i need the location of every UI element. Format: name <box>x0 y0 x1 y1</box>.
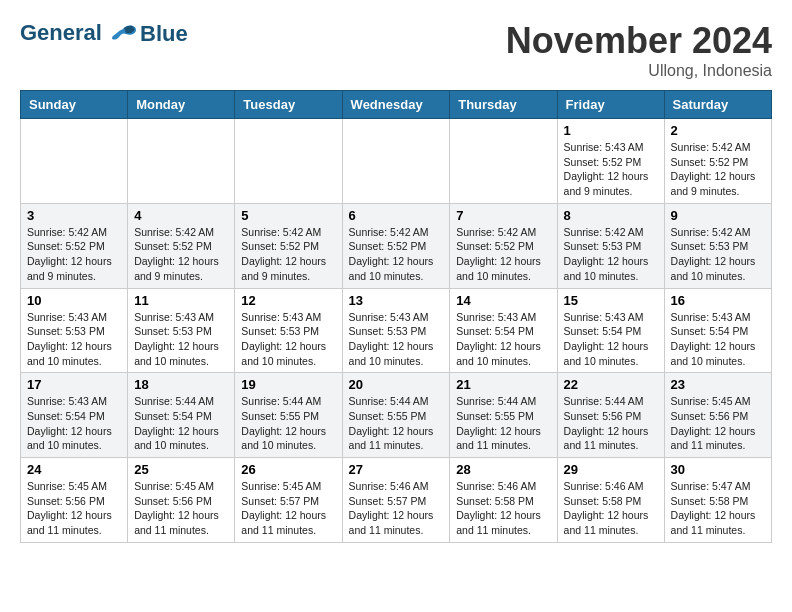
day-number: 10 <box>27 293 121 308</box>
day-number: 9 <box>671 208 765 223</box>
day-number: 30 <box>671 462 765 477</box>
day-number: 4 <box>134 208 228 223</box>
day-number: 23 <box>671 377 765 392</box>
cell-info: Sunrise: 5:43 AM Sunset: 5:53 PM Dayligh… <box>134 310 228 369</box>
cell-info: Sunrise: 5:42 AM Sunset: 5:53 PM Dayligh… <box>671 225 765 284</box>
day-number: 18 <box>134 377 228 392</box>
cell-info: Sunrise: 5:45 AM Sunset: 5:56 PM Dayligh… <box>671 394 765 453</box>
location: Ullong, Indonesia <box>506 62 772 80</box>
calendar-cell: 13Sunrise: 5:43 AM Sunset: 5:53 PM Dayli… <box>342 288 450 373</box>
calendar-cell: 10Sunrise: 5:43 AM Sunset: 5:53 PM Dayli… <box>21 288 128 373</box>
day-number: 12 <box>241 293 335 308</box>
calendar-cell: 14Sunrise: 5:43 AM Sunset: 5:54 PM Dayli… <box>450 288 557 373</box>
cell-info: Sunrise: 5:46 AM Sunset: 5:58 PM Dayligh… <box>564 479 658 538</box>
day-number: 28 <box>456 462 550 477</box>
cell-info: Sunrise: 5:43 AM Sunset: 5:52 PM Dayligh… <box>564 140 658 199</box>
cell-info: Sunrise: 5:43 AM Sunset: 5:53 PM Dayligh… <box>349 310 444 369</box>
day-number: 8 <box>564 208 658 223</box>
cell-info: Sunrise: 5:43 AM Sunset: 5:54 PM Dayligh… <box>671 310 765 369</box>
day-number: 7 <box>456 208 550 223</box>
cell-info: Sunrise: 5:42 AM Sunset: 5:52 PM Dayligh… <box>241 225 335 284</box>
calendar-cell <box>450 119 557 204</box>
day-number: 3 <box>27 208 121 223</box>
calendar-cell: 18Sunrise: 5:44 AM Sunset: 5:54 PM Dayli… <box>128 373 235 458</box>
calendar-cell <box>128 119 235 204</box>
day-number: 15 <box>564 293 658 308</box>
calendar-cell: 12Sunrise: 5:43 AM Sunset: 5:53 PM Dayli… <box>235 288 342 373</box>
day-header: Thursday <box>450 91 557 119</box>
cell-info: Sunrise: 5:46 AM Sunset: 5:57 PM Dayligh… <box>349 479 444 538</box>
cell-info: Sunrise: 5:44 AM Sunset: 5:56 PM Dayligh… <box>564 394 658 453</box>
cell-info: Sunrise: 5:45 AM Sunset: 5:56 PM Dayligh… <box>27 479 121 538</box>
cell-info: Sunrise: 5:42 AM Sunset: 5:52 PM Dayligh… <box>27 225 121 284</box>
calendar-cell: 20Sunrise: 5:44 AM Sunset: 5:55 PM Dayli… <box>342 373 450 458</box>
day-number: 5 <box>241 208 335 223</box>
day-number: 29 <box>564 462 658 477</box>
cell-info: Sunrise: 5:42 AM Sunset: 5:52 PM Dayligh… <box>134 225 228 284</box>
calendar-cell: 28Sunrise: 5:46 AM Sunset: 5:58 PM Dayli… <box>450 458 557 543</box>
day-header: Wednesday <box>342 91 450 119</box>
day-number: 22 <box>564 377 658 392</box>
calendar-cell: 17Sunrise: 5:43 AM Sunset: 5:54 PM Dayli… <box>21 373 128 458</box>
day-number: 25 <box>134 462 228 477</box>
calendar-cell: 7Sunrise: 5:42 AM Sunset: 5:52 PM Daylig… <box>450 203 557 288</box>
cell-info: Sunrise: 5:43 AM Sunset: 5:53 PM Dayligh… <box>241 310 335 369</box>
day-number: 21 <box>456 377 550 392</box>
day-header: Sunday <box>21 91 128 119</box>
cell-info: Sunrise: 5:44 AM Sunset: 5:55 PM Dayligh… <box>241 394 335 453</box>
calendar-cell: 16Sunrise: 5:43 AM Sunset: 5:54 PM Dayli… <box>664 288 771 373</box>
calendar-week-row: 10Sunrise: 5:43 AM Sunset: 5:53 PM Dayli… <box>21 288 772 373</box>
calendar-cell: 2Sunrise: 5:42 AM Sunset: 5:52 PM Daylig… <box>664 119 771 204</box>
logo-line1: General <box>20 20 102 45</box>
cell-info: Sunrise: 5:42 AM Sunset: 5:52 PM Dayligh… <box>671 140 765 199</box>
header: General Blue November 2024 Ullong, Indon… <box>20 20 772 80</box>
day-number: 27 <box>349 462 444 477</box>
calendar-cell <box>235 119 342 204</box>
calendar-cell: 15Sunrise: 5:43 AM Sunset: 5:54 PM Dayli… <box>557 288 664 373</box>
cell-info: Sunrise: 5:43 AM Sunset: 5:53 PM Dayligh… <box>27 310 121 369</box>
calendar-cell: 23Sunrise: 5:45 AM Sunset: 5:56 PM Dayli… <box>664 373 771 458</box>
calendar-cell: 24Sunrise: 5:45 AM Sunset: 5:56 PM Dayli… <box>21 458 128 543</box>
calendar-cell: 5Sunrise: 5:42 AM Sunset: 5:52 PM Daylig… <box>235 203 342 288</box>
cell-info: Sunrise: 5:42 AM Sunset: 5:53 PM Dayligh… <box>564 225 658 284</box>
cell-info: Sunrise: 5:42 AM Sunset: 5:52 PM Dayligh… <box>349 225 444 284</box>
logo: General Blue <box>20 20 188 48</box>
day-header: Friday <box>557 91 664 119</box>
day-number: 19 <box>241 377 335 392</box>
calendar-cell: 3Sunrise: 5:42 AM Sunset: 5:52 PM Daylig… <box>21 203 128 288</box>
calendar-header-row: SundayMondayTuesdayWednesdayThursdayFrid… <box>21 91 772 119</box>
cell-info: Sunrise: 5:43 AM Sunset: 5:54 PM Dayligh… <box>27 394 121 453</box>
calendar-cell: 19Sunrise: 5:44 AM Sunset: 5:55 PM Dayli… <box>235 373 342 458</box>
day-header: Saturday <box>664 91 771 119</box>
logo-line2: Blue <box>140 21 188 47</box>
calendar: SundayMondayTuesdayWednesdayThursdayFrid… <box>20 90 772 543</box>
calendar-cell: 29Sunrise: 5:46 AM Sunset: 5:58 PM Dayli… <box>557 458 664 543</box>
cell-info: Sunrise: 5:44 AM Sunset: 5:55 PM Dayligh… <box>456 394 550 453</box>
calendar-cell: 6Sunrise: 5:42 AM Sunset: 5:52 PM Daylig… <box>342 203 450 288</box>
cell-info: Sunrise: 5:43 AM Sunset: 5:54 PM Dayligh… <box>564 310 658 369</box>
calendar-cell <box>342 119 450 204</box>
bird-icon <box>110 20 138 48</box>
day-number: 1 <box>564 123 658 138</box>
day-header: Tuesday <box>235 91 342 119</box>
day-number: 14 <box>456 293 550 308</box>
cell-info: Sunrise: 5:44 AM Sunset: 5:54 PM Dayligh… <box>134 394 228 453</box>
calendar-week-row: 1Sunrise: 5:43 AM Sunset: 5:52 PM Daylig… <box>21 119 772 204</box>
day-number: 16 <box>671 293 765 308</box>
calendar-week-row: 3Sunrise: 5:42 AM Sunset: 5:52 PM Daylig… <box>21 203 772 288</box>
cell-info: Sunrise: 5:45 AM Sunset: 5:57 PM Dayligh… <box>241 479 335 538</box>
calendar-week-row: 24Sunrise: 5:45 AM Sunset: 5:56 PM Dayli… <box>21 458 772 543</box>
calendar-cell: 27Sunrise: 5:46 AM Sunset: 5:57 PM Dayli… <box>342 458 450 543</box>
day-number: 20 <box>349 377 444 392</box>
month-title: November 2024 <box>506 20 772 62</box>
calendar-cell: 21Sunrise: 5:44 AM Sunset: 5:55 PM Dayli… <box>450 373 557 458</box>
day-number: 24 <box>27 462 121 477</box>
calendar-cell: 9Sunrise: 5:42 AM Sunset: 5:53 PM Daylig… <box>664 203 771 288</box>
calendar-cell: 26Sunrise: 5:45 AM Sunset: 5:57 PM Dayli… <box>235 458 342 543</box>
calendar-cell: 8Sunrise: 5:42 AM Sunset: 5:53 PM Daylig… <box>557 203 664 288</box>
day-number: 17 <box>27 377 121 392</box>
day-number: 6 <box>349 208 444 223</box>
day-number: 11 <box>134 293 228 308</box>
day-number: 26 <box>241 462 335 477</box>
day-number: 13 <box>349 293 444 308</box>
